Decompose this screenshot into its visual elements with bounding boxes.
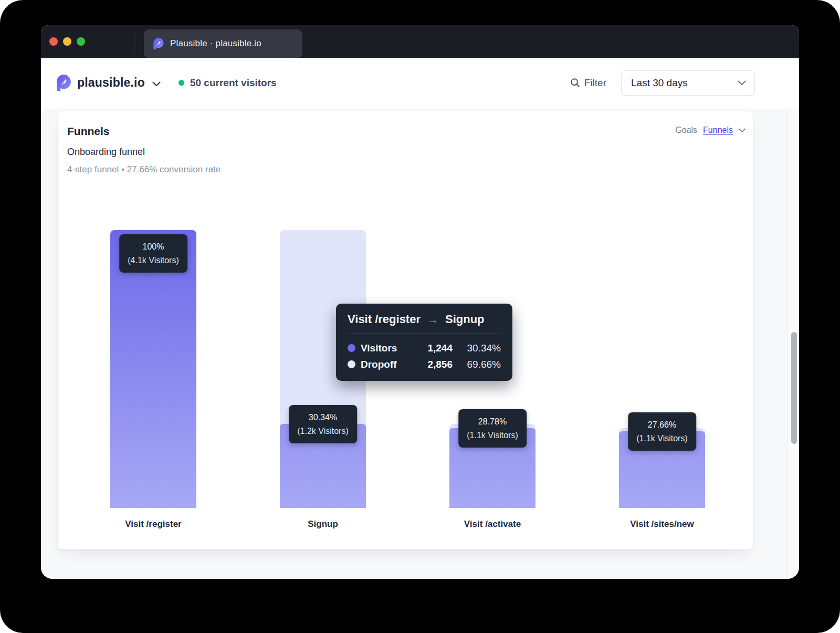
funnel-bar-badge: 27.66%(1.1k Visitors)	[628, 412, 696, 451]
arrow-right-icon: →	[427, 314, 438, 326]
zoom-window-button[interactable]	[77, 37, 85, 46]
chevron-down-icon	[739, 128, 746, 133]
chevron-down-icon	[738, 80, 746, 86]
close-window-button[interactable]	[49, 37, 58, 46]
funnel-bar-badge: 100%(4.1k Visitors)	[119, 234, 187, 273]
visitors-dot-icon	[348, 344, 355, 352]
scrollbar-thumb[interactable]	[791, 332, 797, 444]
window-controls	[49, 37, 85, 46]
plausible-favicon-icon	[153, 38, 164, 49]
tooltip-row-value: 2,856	[397, 359, 453, 370]
browser-tab[interactable]: Plausible · plausible.io	[144, 29, 302, 58]
dropoff-dot-icon	[348, 360, 355, 368]
desktop-backdrop: Plausible · plausible.io plausible.io	[0, 0, 840, 633]
tooltip-from-step: Visit /register	[348, 313, 421, 326]
funnel-step-label: Visit /activate	[449, 519, 536, 530]
funnel-bar-badge: 28.78%(1.1k Visitors)	[458, 409, 527, 448]
tab-title: Plausible · plausible.io	[170, 38, 261, 49]
funnel-step-tooltip: Visit /register → Signup Visitors 1,244 …	[336, 304, 512, 381]
browser-titlebar: Plausible · plausible.io	[41, 25, 799, 58]
date-range-label: Last 30 days	[631, 77, 738, 89]
tooltip-row-pct: 30.34%	[453, 343, 501, 354]
tab-divider	[134, 32, 134, 53]
filter-label: Filter	[584, 77, 606, 89]
tooltip-to-step: Signup	[445, 313, 485, 326]
funnel-step-label: Visit /register	[110, 519, 196, 530]
goals-tab[interactable]: Goals	[675, 126, 697, 135]
funnel-bar-badge: 30.34%(1.2k Visitors)	[289, 405, 357, 443]
current-visitors-link[interactable]: 50 current visitors	[190, 77, 277, 89]
site-name: plausible.io	[77, 76, 145, 90]
search-icon	[570, 78, 580, 88]
minimize-window-button[interactable]	[63, 37, 71, 46]
card-title: Funnels	[67, 125, 110, 138]
header-actions: Filter Last 30 days	[570, 58, 755, 108]
chevron-down-icon	[152, 81, 161, 87]
filter-button[interactable]: Filter	[570, 77, 606, 89]
tooltip-row-label: Visitors	[361, 343, 397, 354]
report-switcher: Goals Funnels	[675, 126, 746, 135]
funnel-step-label: Signup	[280, 519, 366, 530]
browser-window: Plausible · plausible.io plausible.io	[41, 25, 799, 579]
funnel-step-label: Visit /sites/new	[619, 519, 705, 530]
site-switcher[interactable]: plausible.io 50 current visitors	[57, 58, 277, 108]
tooltip-row-label: Dropoff	[361, 359, 397, 370]
tooltip-row-pct: 69.66%	[453, 359, 501, 370]
funnel-chart: 100%(4.1k Visitors)Visit /register30.34%…	[58, 230, 753, 540]
funnel-name: Onboarding funnel	[67, 147, 145, 158]
tooltip-title: Visit /register → Signup	[348, 313, 501, 334]
funnel-meta: 4-step funnel • 27.66% conversion rate	[67, 164, 220, 175]
site-header: plausible.io 50 current visitors Filter …	[41, 58, 799, 108]
funnel-bar-1[interactable]: 100%(4.1k Visitors)	[110, 230, 196, 508]
funnel-bar-4[interactable]: 27.66%(1.1k Visitors)	[619, 230, 705, 508]
tooltip-row-dropoff: Dropoff 2,856 69.66%	[348, 356, 501, 372]
tooltip-row-value: 1,244	[397, 343, 453, 354]
date-range-button[interactable]: Last 30 days	[621, 70, 755, 96]
plausible-logo-icon	[57, 75, 71, 91]
tooltip-rows: Visitors 1,244 30.34% Dropoff 2,856 69.6…	[348, 340, 501, 372]
funnels-tab[interactable]: Funnels	[703, 126, 733, 135]
tooltip-row-visitors: Visitors 1,244 30.34%	[348, 340, 501, 356]
live-indicator-dot	[178, 80, 184, 86]
